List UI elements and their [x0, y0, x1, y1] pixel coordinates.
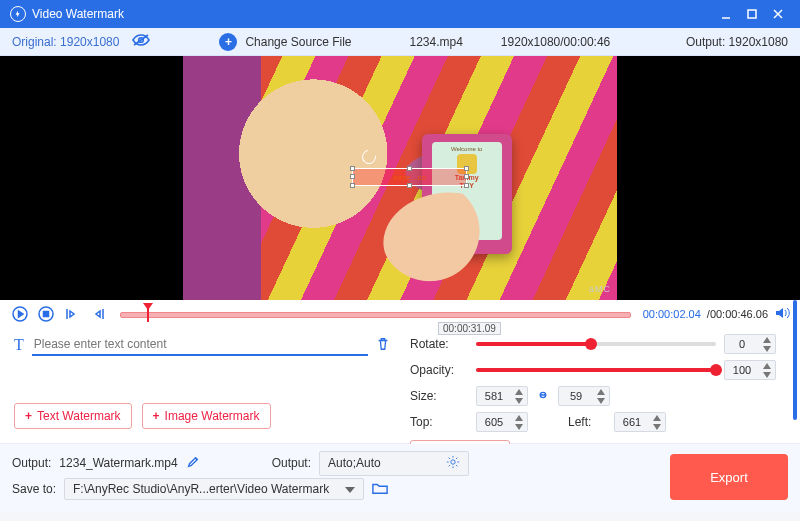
- resize-handle-tm[interactable]: [407, 166, 412, 171]
- footer: Output: 1234_Watermark.mp4 Output: Auto;…: [0, 444, 800, 512]
- size-height-value[interactable]: [559, 390, 593, 402]
- output-format-value: Auto;Auto: [328, 456, 381, 470]
- close-button[interactable]: [766, 2, 790, 26]
- aspect-lock-icon[interactable]: [536, 388, 550, 405]
- original-label: Original: 1920x1080: [12, 35, 119, 49]
- watermark-list-pane: T +Text Watermark +Image Watermark: [0, 328, 400, 443]
- play-button[interactable]: [10, 304, 30, 324]
- resize-handle-br[interactable]: [464, 183, 469, 188]
- output-format-label: Output:: [272, 456, 311, 470]
- left-label: Left:: [568, 415, 606, 429]
- time-current: 00:00:02.04: [643, 308, 701, 320]
- rotate-down[interactable]: [759, 344, 775, 353]
- opacity-spinner[interactable]: [724, 360, 776, 380]
- stop-button[interactable]: [36, 304, 56, 324]
- text-icon: T: [14, 336, 24, 354]
- watermark-params-pane: Rotate: Opacity: Size: Top: Left: Reset: [400, 328, 800, 443]
- save-to-label: Save to:: [12, 482, 56, 496]
- export-button[interactable]: Export: [670, 454, 788, 500]
- rotate-up[interactable]: [759, 335, 775, 344]
- title-bar: Video Watermark: [0, 0, 800, 28]
- watermark-text-input[interactable]: [32, 334, 368, 356]
- volume-icon[interactable]: [774, 305, 790, 324]
- resize-handle-tr[interactable]: [464, 166, 469, 171]
- info-toolbar: Original: 1920x1080 + Change Source File…: [0, 28, 800, 56]
- svg-point-9: [451, 459, 455, 463]
- save-path-dropdown[interactable]: F:\AnyRec Studio\AnyR...erter\Video Wate…: [64, 478, 364, 500]
- output-format-select[interactable]: Auto;Auto: [319, 451, 469, 476]
- timeline-tooltip: 00:00:31.09: [438, 322, 501, 335]
- rotation-handle-icon[interactable]: [360, 147, 379, 166]
- mark-out-button[interactable]: [88, 304, 108, 324]
- add-watermark-bar: +Text Watermark +Image Watermark: [14, 403, 390, 437]
- resize-handle-mr[interactable]: [464, 174, 469, 179]
- video-preview[interactable]: Welcome to TammyTOY aMC ease...co: [0, 56, 800, 300]
- size-width-value[interactable]: [477, 390, 511, 402]
- preview-frame[interactable]: Welcome to TammyTOY aMC ease...co: [183, 56, 617, 300]
- save-path-value: F:\AnyRec Studio\AnyR...erter\Video Wate…: [73, 482, 329, 496]
- opacity-label: Opacity:: [410, 363, 468, 377]
- maximize-button[interactable]: [740, 2, 764, 26]
- rotate-spinner[interactable]: [724, 334, 776, 354]
- app-title: Video Watermark: [32, 7, 712, 21]
- preview-card-welcome: Welcome to: [451, 146, 483, 152]
- svg-rect-1: [748, 10, 756, 18]
- top-value[interactable]: [477, 416, 511, 428]
- time-total: /00:00:46.06: [707, 308, 768, 320]
- size-label: Size:: [410, 389, 468, 403]
- output-settings-icon[interactable]: [446, 455, 460, 472]
- left-spinner[interactable]: [614, 412, 666, 432]
- rotate-label: Rotate:: [410, 337, 468, 351]
- app-logo-icon: [10, 6, 26, 22]
- opacity-up[interactable]: [759, 361, 775, 370]
- output-res-label: Output: 1920x1080: [686, 35, 788, 49]
- top-spinner[interactable]: [476, 412, 528, 432]
- settings-panel: T +Text Watermark +Image Watermark Rotat…: [0, 328, 800, 444]
- open-folder-button[interactable]: [372, 481, 388, 498]
- size-width-spinner[interactable]: [476, 386, 528, 406]
- opacity-value[interactable]: [725, 364, 759, 376]
- watermark-text: ease...co: [394, 173, 426, 182]
- timeline-track[interactable]: [120, 312, 631, 318]
- rotate-value[interactable]: [725, 338, 759, 350]
- change-source-label[interactable]: Change Source File: [245, 35, 351, 49]
- output-filename: 1234_Watermark.mp4: [59, 456, 177, 470]
- size-height-spinner[interactable]: [558, 386, 610, 406]
- opacity-slider[interactable]: [476, 368, 716, 372]
- delete-watermark-button[interactable]: [376, 337, 390, 354]
- svg-rect-8: [44, 312, 49, 317]
- add-text-watermark-button[interactable]: +Text Watermark: [14, 403, 132, 429]
- add-image-watermark-button[interactable]: +Image Watermark: [142, 403, 271, 429]
- rename-output-button[interactable]: [186, 455, 200, 472]
- watermark-selection-box[interactable]: ease...co: [352, 168, 467, 186]
- text-watermark-row: T: [14, 334, 390, 356]
- top-label: Top:: [410, 415, 468, 429]
- source-res-duration: 1920x1080/00:00:46: [501, 35, 610, 49]
- resize-handle-ml[interactable]: [350, 174, 355, 179]
- output-file-label: Output:: [12, 456, 51, 470]
- scrollbar[interactable]: [793, 300, 797, 420]
- rotate-slider[interactable]: [476, 342, 716, 346]
- left-value[interactable]: [615, 416, 649, 428]
- minimize-button[interactable]: [714, 2, 738, 26]
- opacity-down[interactable]: [759, 370, 775, 379]
- source-filename: 1234.mp4: [409, 35, 462, 49]
- timeline-slider[interactable]: 00:00:31.09: [120, 304, 631, 324]
- mark-in-button[interactable]: [62, 304, 82, 324]
- preview-toggle-icon[interactable]: [131, 33, 151, 50]
- playback-controls: 00:00:31.09 00:00:02.04/00:00:46.06: [0, 300, 800, 328]
- change-source-icon[interactable]: +: [219, 33, 237, 51]
- resize-handle-bl[interactable]: [350, 183, 355, 188]
- resize-handle-bm[interactable]: [407, 183, 412, 188]
- channel-badge: aMC: [589, 284, 611, 294]
- resize-handle-tl[interactable]: [350, 166, 355, 171]
- dropdown-caret-icon[interactable]: [345, 482, 355, 496]
